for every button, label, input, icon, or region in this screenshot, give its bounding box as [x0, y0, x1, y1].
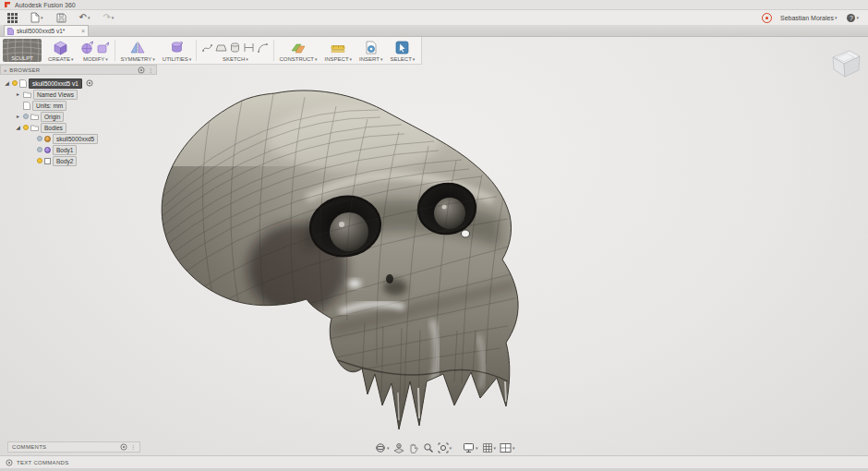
- tree-body-label[interactable]: Body2: [53, 156, 77, 166]
- fit-button[interactable]: ▾: [437, 442, 453, 454]
- visibility-bulb-icon[interactable]: [37, 158, 42, 163]
- activate-component-icon[interactable]: [86, 79, 93, 87]
- ribbon-group-inspect[interactable]: INSPECT▾: [321, 39, 356, 62]
- tree-body-label[interactable]: skull5000xxd5: [53, 134, 98, 144]
- expander-collapsed-icon[interactable]: ▸: [15, 114, 21, 120]
- visibility-bulb-icon[interactable]: [37, 147, 42, 152]
- zoom-icon: [423, 442, 434, 453]
- visibility-bulb-icon[interactable]: [37, 136, 42, 141]
- ribbon-group-modify[interactable]: MODIFY▾: [77, 39, 114, 62]
- tree-item-label[interactable]: Units: mm: [32, 101, 66, 111]
- tspline-body-icon: [44, 136, 51, 142]
- comments-menu-icon[interactable]: ⋮: [130, 444, 136, 450]
- dimension-icon: [243, 42, 255, 54]
- document-tab-label: skull5000xxd5 v1*: [17, 28, 78, 34]
- tree-item-label[interactable]: Named Views: [33, 90, 78, 100]
- comments-options-icon[interactable]: [120, 443, 127, 451]
- ribbon-group-symmetry[interactable]: SYMMETRY▾: [116, 39, 158, 62]
- collapse-browser-icon[interactable]: «: [4, 67, 6, 73]
- visibility-bulb-icon[interactable]: [12, 80, 18, 86]
- tree-row-body[interactable]: Body1: [4, 144, 157, 155]
- comments-panel[interactable]: COMMENTS ⋮: [7, 441, 140, 453]
- file-menu-button[interactable]: ▾: [29, 11, 45, 24]
- spline-icon: [201, 42, 213, 54]
- browser-options-icon[interactable]: [138, 66, 145, 74]
- revolve-icon: [229, 42, 241, 54]
- tree-row-body[interactable]: skull5000xxd5: [4, 133, 157, 144]
- sculpt-environment-button[interactable]: SCULPT: [3, 39, 42, 62]
- ribbon-group-sketch[interactable]: SKETCH▾: [198, 39, 272, 62]
- ribbon-group-label: SKETCH: [223, 56, 245, 62]
- expander-expanded-icon[interactable]: ◢: [4, 80, 10, 87]
- expander-expanded-icon[interactable]: ◢: [15, 125, 21, 131]
- text-commands-bar[interactable]: TEXT COMMANDS: [0, 455, 868, 468]
- grid-and-snaps-button[interactable]: ▾: [481, 442, 498, 454]
- dropdown-caret: ▾: [246, 57, 248, 62]
- browser-panel: « BROWSER ⋮ ◢ skull5000xxd5 v1: [0, 65, 157, 166]
- skull-model[interactable]: [157, 88, 536, 439]
- look-at-button[interactable]: [392, 442, 405, 454]
- visibility-bulb-icon[interactable]: [23, 125, 29, 130]
- help-menu[interactable]: ? ▾: [845, 11, 861, 24]
- ribbon-group-create[interactable]: CREATE▾: [44, 39, 77, 62]
- orbit-button[interactable]: ▾: [374, 442, 391, 454]
- component-icon: [19, 79, 27, 88]
- browser-menu-icon[interactable]: ⋮: [148, 67, 153, 73]
- document-tab-bar: skull5000xxd5 v1* ×: [0, 25, 868, 37]
- tree-row-bodies[interactable]: ◢ Bodies: [4, 122, 157, 133]
- ribbon-divider: [196, 40, 197, 61]
- ribbon-group-construct[interactable]: CONSTRUCT▾: [275, 39, 320, 62]
- select-cursor-icon: [395, 41, 409, 54]
- ribbon-group-utilities[interactable]: UTILITIES▾: [159, 39, 196, 62]
- tree-row-body[interactable]: Body2: [4, 155, 157, 166]
- redo-button[interactable]: ↷ ▾: [101, 11, 115, 24]
- create-cube-icon: [53, 41, 68, 55]
- navigation-toolbar: ▾: [374, 441, 516, 454]
- user-account-menu[interactable]: Sebastian Morales ▾: [778, 11, 839, 24]
- dropdown-caret: ▾: [152, 57, 155, 62]
- display-settings-button[interactable]: ▾: [462, 442, 479, 454]
- viewport-canvas[interactable]: SCULPT CREATE▾: [0, 37, 868, 455]
- viewports-button[interactable]: ▾: [499, 442, 516, 454]
- save-button[interactable]: [54, 11, 68, 24]
- expander-collapsed-icon[interactable]: ▸: [15, 91, 21, 98]
- undo-button[interactable]: ↶ ▾: [78, 11, 92, 24]
- text-commands-title: TEXT COMMANDS: [17, 460, 68, 465]
- grid-icon: [482, 442, 493, 453]
- account-cluster: Sebastian Morales ▾ ? ▾: [762, 10, 861, 25]
- tree-row-origin[interactable]: ▸ Origin: [4, 111, 157, 122]
- app-grid-button[interactable]: [6, 11, 19, 24]
- close-tab-icon[interactable]: ×: [81, 28, 85, 34]
- dropdown-caret: ▾: [112, 16, 115, 20]
- tree-body-label[interactable]: Body1: [53, 145, 77, 155]
- ribbon-group-label: INSPECT: [325, 56, 349, 62]
- ribbon-group-label: INSERT: [359, 56, 380, 62]
- ribbon-group-insert[interactable]: INSERT▾: [356, 39, 386, 62]
- document-tab[interactable]: skull5000xxd5 v1* ×: [4, 25, 89, 36]
- job-status-icon[interactable]: [762, 13, 772, 23]
- ribbon-group-label: CREATE: [48, 56, 70, 62]
- viewports-icon: [500, 442, 512, 453]
- dropdown-caret: ▾: [387, 446, 390, 451]
- browser-header[interactable]: « BROWSER ⋮: [0, 65, 157, 75]
- visibility-bulb-icon[interactable]: [23, 114, 29, 119]
- pan-button[interactable]: [407, 442, 420, 454]
- tree-item-label[interactable]: Origin: [41, 112, 64, 122]
- pan-icon: [408, 442, 419, 453]
- ribbon-group-label: UTILITIES: [163, 56, 188, 62]
- tree-row-units[interactable]: Units: mm: [4, 100, 157, 111]
- tree-row-named-views[interactable]: ▸ Named Views: [4, 89, 157, 100]
- dropdown-caret: ▾: [105, 57, 108, 62]
- text-commands-toggle-icon[interactable]: [6, 459, 13, 466]
- box-body-icon: [44, 158, 51, 164]
- utilities-icon: [170, 41, 184, 54]
- zoom-button[interactable]: [422, 442, 435, 454]
- ribbon-group-select[interactable]: SELECT▾: [387, 39, 419, 62]
- tree-row-root[interactable]: ◢ skull5000xxd5 v1: [4, 78, 157, 89]
- symmetry-icon: [130, 41, 145, 54]
- ribbon-group-label: SYMMETRY: [120, 56, 151, 62]
- ribbon-group-label: SCULPT: [11, 55, 33, 61]
- tree-root-label[interactable]: skull5000xxd5 v1: [29, 78, 82, 89]
- tree-item-label[interactable]: Bodies: [41, 123, 66, 133]
- view-cube[interactable]: [825, 42, 865, 83]
